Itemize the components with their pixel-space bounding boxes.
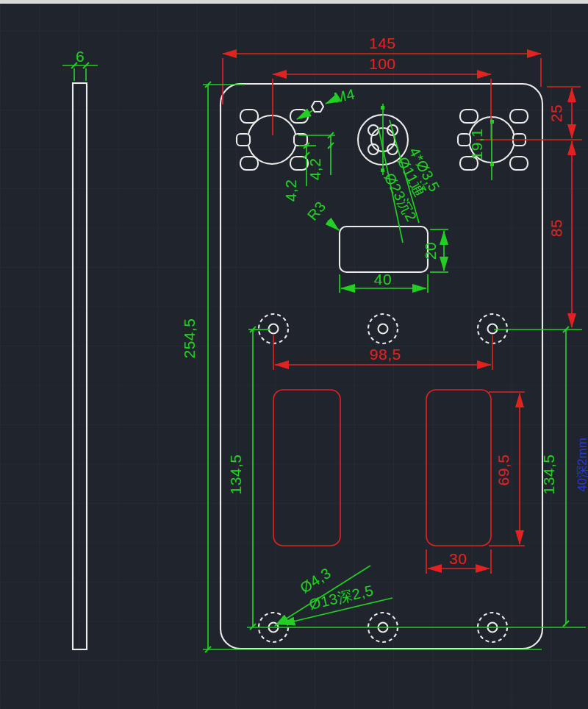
- dim-text-slot-height: 69,5: [495, 455, 512, 486]
- dim-text-top-offset: 25: [548, 104, 564, 122]
- dim-node: [381, 168, 384, 172]
- dim-text-slot-width: 30: [449, 550, 467, 567]
- grid-lines: [0, 0, 588, 709]
- note-edge-blue: 40深2mm: [576, 438, 588, 492]
- dim-text-overall-width: 145: [369, 35, 396, 51]
- cad-viewport: 145 100 25 85 98,5 69,5 30: [0, 0, 588, 709]
- dim-text-mid-to-bottom-left: 134,5: [227, 454, 244, 494]
- dim-text-servo-opening: 19,1: [468, 129, 485, 160]
- dim-text-overall-height: 254,5: [181, 318, 198, 358]
- dim-node: [490, 120, 494, 124]
- dim-node: [490, 163, 494, 166]
- dim-text-mid-to-bottom-right: 134,5: [540, 454, 557, 494]
- drawing-canvas[interactable]: 145 100 25 85 98,5 69,5 30: [0, 0, 588, 709]
- top-strip: [0, 0, 588, 4]
- dim-text-window-width: 40: [374, 271, 392, 288]
- dim-text-window-height: 20: [422, 242, 439, 260]
- dim-node: [381, 106, 384, 110]
- dim-text-mid-span: 98,5: [370, 346, 401, 363]
- dim-text-thickness: 6: [76, 48, 85, 65]
- dim-text-tab-offset-lower: 4,2: [282, 179, 299, 202]
- dim-text-servo-to-mid: 85: [548, 219, 564, 237]
- dim-text-tab-offset-upper: 4,2: [306, 158, 323, 181]
- servo-tab-left: [237, 134, 250, 146]
- dim-text-servo-spacing: 100: [369, 55, 396, 72]
